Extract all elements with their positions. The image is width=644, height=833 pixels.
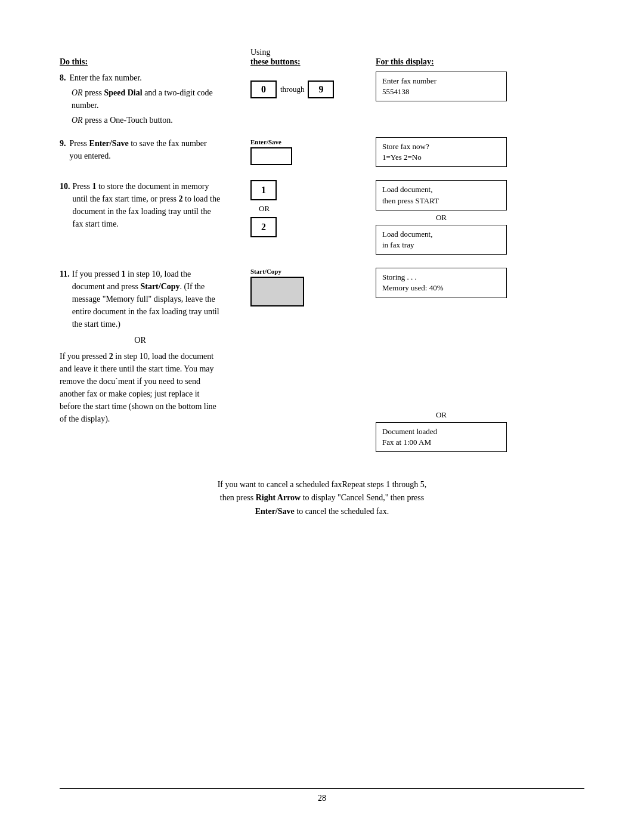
step-10-main: Press 1 to store the document in memory … — [73, 180, 221, 230]
bottom-note: If you want to cancel a scheduled faxRep… — [60, 478, 584, 518]
step-8-display: Enter fax number 5554138 — [364, 72, 507, 104]
do-this-label: Do this: — [60, 57, 88, 66]
step-10-button-1-wrap: 1 — [250, 180, 277, 200]
step-11-start-copy-wrap: Start/Copy — [250, 268, 304, 306]
start-copy-label: Start/Copy — [250, 268, 304, 275]
col-buttons-header: Using these buttons: — [221, 48, 364, 67]
step-8-main: Enter the fax number. — [70, 72, 142, 84]
display-or-step10: OR — [376, 213, 507, 222]
for-this-display-label: For this display: — [376, 57, 434, 66]
step-8-or2: OR press a One-Touch button. — [60, 114, 221, 126]
step-11-part2: If you pressed 2 in step 10, load the do… — [60, 350, 221, 425]
display-step10-2-line2: in fax tray — [382, 240, 500, 250]
col-do-header: Do this: — [60, 57, 221, 67]
display-box-step11-2: Document loaded Fax at 1:00 AM — [376, 422, 507, 452]
step-9-text: 9. Press Enter/Save to save the fax numb… — [60, 137, 221, 162]
display-box-step8: Enter fax number 5554138 — [376, 72, 507, 101]
button-start-copy[interactable] — [250, 277, 304, 306]
step-9-number: 9. — [60, 137, 66, 162]
step-8-text: 8. Enter the fax number. OR press Speed … — [60, 72, 221, 126]
step-10-text: 10. Press 1 to store the document in mem… — [60, 180, 221, 230]
display-or-step11: OR — [376, 410, 507, 420]
step-11-main: If you pressed 1 in step 10, load the do… — [72, 268, 221, 330]
display-step11-1-line1: Storing . . . — [382, 272, 500, 283]
bottom-note-line1: If you want to cancel a scheduled faxRep… — [95, 478, 549, 491]
using-label: Using — [250, 48, 364, 57]
page-footer: 28 — [60, 788, 584, 803]
step-8-buttons: 0 through 9 — [221, 72, 364, 107]
step-8-or1: OR press Speed Dial and a two-digit code… — [60, 86, 221, 112]
display-step10-1-line2: then press START — [382, 196, 500, 206]
bottom-note-line2: then press Right Arrow to display "Cance… — [95, 491, 549, 504]
display-box-step11-1: Storing . . . Memory used: 40% — [376, 268, 507, 298]
display-box-step10-2: Load document, in fax tray — [376, 225, 507, 255]
column-headers: Do this: Using these buttons: For this d… — [60, 48, 584, 67]
these-buttons-label: these buttons: — [250, 57, 364, 67]
button-enter-save[interactable] — [250, 147, 292, 165]
step-11-display: Storing . . . Memory used: 40% OR Docume… — [364, 268, 507, 454]
bottom-note-line3: Enter/Save to cancel the scheduled fax. — [95, 505, 549, 518]
display-step9-line1: Store fax now? — [382, 141, 500, 152]
step-8-number: 8. — [60, 72, 66, 84]
step-8-button-row: 0 through 9 — [250, 80, 334, 98]
step-9-display: Store fax now? 1=Yes 2=No — [364, 137, 507, 169]
page-number: 28 — [318, 794, 326, 803]
step-11-or: OR — [60, 334, 221, 346]
display-box-step9: Store fax now? 1=Yes 2=No — [376, 137, 507, 167]
through-text: through — [280, 85, 304, 94]
step-9-buttons: Enter/Save — [221, 137, 364, 165]
display-step11-2-line2: Fax at 1:00 AM — [382, 437, 500, 448]
step-10-number: 10. — [60, 180, 70, 230]
step-10-buttons: 1 OR 2 — [221, 180, 364, 237]
display-step9-line2: 1=Yes 2=No — [382, 152, 500, 163]
step-10-button-2-wrap: 2 — [250, 217, 277, 237]
display-step8-line2: 5554138 — [382, 86, 500, 97]
step-10-or: OR — [250, 204, 270, 213]
col-display-header: For this display: — [364, 57, 507, 67]
display-step11-2-line1: Document loaded — [382, 426, 500, 437]
step-8-row: 8. Enter the fax number. OR press Speed … — [60, 72, 584, 126]
display-box-step10-1: Load document, then press START — [376, 180, 507, 210]
step-9-row: 9. Press Enter/Save to save the fax numb… — [60, 137, 584, 169]
step-11-row: 11. If you pressed 1 in step 10, load th… — [60, 268, 584, 454]
display-step8-line1: Enter fax number — [382, 76, 500, 86]
step-11-buttons: Start/Copy — [221, 268, 364, 306]
button-2[interactable]: 2 — [250, 217, 277, 237]
button-9[interactable]: 9 — [308, 80, 334, 98]
button-1[interactable]: 1 — [250, 180, 277, 200]
step-10-row: 10. Press 1 to store the document in mem… — [60, 180, 584, 257]
page: Do this: Using these buttons: For this d… — [0, 0, 644, 833]
display-step10-1-line1: Load document, — [382, 184, 500, 195]
step-10-display: Load document, then press START OR Load … — [364, 180, 507, 257]
step-9-main: Press Enter/Save to save the fax number … — [70, 137, 221, 162]
step-11-number: 11. — [60, 268, 70, 330]
step-11-text: 11. If you pressed 1 in step 10, load th… — [60, 268, 221, 425]
display-step10-2-line1: Load document, — [382, 229, 500, 240]
enter-save-button-label: Enter/Save — [250, 138, 292, 145]
display-step11-1-line2: Memory used: 40% — [382, 283, 500, 293]
button-0[interactable]: 0 — [250, 80, 277, 98]
